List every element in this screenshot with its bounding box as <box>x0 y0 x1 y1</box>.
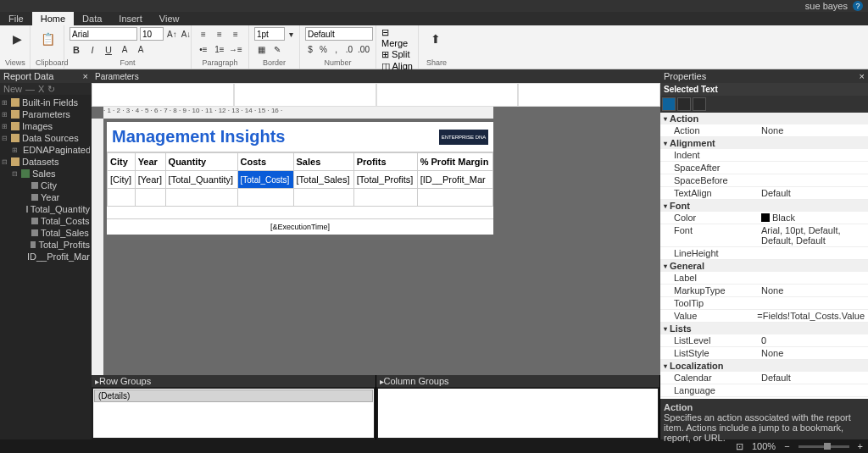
tree-node[interactable]: ⊞EDNAPaginatedReports_M <box>2 144 90 156</box>
menu-insert[interactable]: Insert <box>110 12 151 25</box>
prop-row[interactable]: CalendarDefault <box>660 372 868 384</box>
indent-icon[interactable]: →≡ <box>229 43 242 57</box>
italic-icon[interactable]: I <box>86 43 99 57</box>
col-header[interactable]: Quantity <box>165 153 237 171</box>
tree-node[interactable]: ⊞Parameters <box>2 108 90 120</box>
data-cell[interactable]: [City] <box>108 171 136 189</box>
zoom-out-icon[interactable]: − <box>784 441 789 451</box>
prop-row[interactable]: Language <box>660 384 868 397</box>
prop-row[interactable]: SpaceBefore <box>660 174 868 187</box>
tree-node[interactable]: Total_Quantity <box>2 203 90 215</box>
prop-row[interactable]: ActionNone <box>660 124 868 137</box>
tree-node[interactable]: ID__Profit_Margin <box>2 251 90 262</box>
report-title[interactable]: Management Insights <box>112 127 285 146</box>
run-button[interactable]: ▶ <box>5 27 29 51</box>
bold-icon[interactable]: B <box>70 43 83 57</box>
row-group-details[interactable]: (Details) <box>94 389 373 402</box>
bullets-icon[interactable]: •≡ <box>197 43 210 57</box>
prop-row[interactable]: MarkupTypeNone <box>660 285 868 297</box>
help-icon[interactable]: ? <box>853 1 863 11</box>
col-header[interactable]: % Profit Margin <box>417 153 492 171</box>
menu-home[interactable]: Home <box>32 12 74 25</box>
prop-row[interactable]: LineHeight <box>660 247 868 260</box>
percent-icon[interactable]: % <box>318 43 328 57</box>
dec-dec-icon[interactable]: .00 <box>357 43 370 57</box>
rd-tool[interactable]: — <box>25 84 35 94</box>
col-header[interactable]: Sales <box>293 153 353 171</box>
prop-row[interactable]: Value=Fields!Total_Costs.Value <box>660 310 868 323</box>
paste-button[interactable]: 📋 <box>36 27 59 51</box>
menu-data[interactable]: Data <box>74 12 110 25</box>
data-cell[interactable]: [Year] <box>135 171 165 189</box>
prop-row[interactable]: Label <box>660 272 868 285</box>
tree-node[interactable]: ⊞Built-in Fields <box>2 97 90 108</box>
prop-row[interactable]: ListStyleNone <box>660 347 868 360</box>
tree-node[interactable]: ⊟Datasets <box>2 156 90 168</box>
data-cell[interactable]: [Total_Costs] <box>237 171 293 189</box>
prop-category[interactable]: ▾ Lists <box>660 323 868 334</box>
tree-node[interactable]: ⊞Images <box>2 120 90 132</box>
prop-category[interactable]: ▾ General <box>660 260 868 272</box>
tree-node[interactable]: ⊟Data Sources <box>2 132 90 144</box>
numbers-icon[interactable]: 1≡ <box>213 43 226 57</box>
prop-category[interactable]: ▾ Localization <box>660 360 868 372</box>
border-style-icon[interactable]: ▾ <box>287 27 294 41</box>
col-header[interactable]: City <box>108 153 136 171</box>
border-color-icon[interactable]: ✎ <box>270 43 284 57</box>
number-format[interactable] <box>305 27 373 41</box>
merge-button[interactable]: ⊟ Merge <box>381 27 413 48</box>
shrink-font-icon[interactable]: A↓ <box>181 27 192 41</box>
data-cell[interactable]: [ID__Profit_Mar <box>417 171 492 189</box>
menu-view[interactable]: View <box>151 12 188 25</box>
zoom-in-icon[interactable]: + <box>858 441 863 451</box>
rd-tool[interactable]: ↻ <box>47 84 55 95</box>
prop-category[interactable]: ▾ Font <box>660 200 868 212</box>
font-color-icon[interactable]: A <box>118 43 131 57</box>
border-icon[interactable]: ▦ <box>254 43 268 57</box>
split-button[interactable]: ⊞ Split <box>381 49 413 60</box>
close-icon[interactable]: × <box>83 71 88 81</box>
tree-node[interactable]: City <box>2 180 90 191</box>
menu-file[interactable]: File <box>0 12 32 25</box>
currency-icon[interactable]: $ <box>305 43 315 57</box>
prop-row[interactable]: ColorBlack <box>660 212 868 224</box>
categorized-icon[interactable] <box>662 97 676 111</box>
execution-time[interactable]: [&ExecutionTime] <box>107 218 493 235</box>
underline-icon[interactable]: U <box>102 43 115 57</box>
data-cell[interactable]: [Total_Quantity] <box>165 171 237 189</box>
tree-node[interactable]: Year <box>2 191 90 203</box>
rd-tool[interactable]: New <box>3 84 22 94</box>
alphabetical-icon[interactable] <box>677 97 691 111</box>
grow-font-icon[interactable]: A↑ <box>166 27 178 41</box>
zoom-slider[interactable] <box>798 445 849 448</box>
publish-button[interactable]: ⬆ <box>424 27 448 51</box>
prop-row[interactable]: ToolTip <box>660 297 868 310</box>
zoom-fit-icon[interactable]: ⊡ <box>736 441 743 452</box>
comma-icon[interactable]: , <box>331 43 342 57</box>
tree-node[interactable]: Total_Costs <box>2 215 90 227</box>
data-cell[interactable]: [Total_Profits] <box>353 171 417 189</box>
prop-row[interactable]: ListLevel0 <box>660 334 868 347</box>
border-width[interactable] <box>254 27 285 41</box>
prop-row[interactable]: TextAlignDefault <box>660 187 868 200</box>
font-name-select[interactable] <box>70 27 137 41</box>
col-header[interactable]: Profits <box>353 153 417 171</box>
col-header[interactable]: Costs <box>237 153 293 171</box>
prop-category[interactable]: ▾ Action <box>660 113 868 124</box>
fill-color-icon[interactable]: A <box>134 43 147 57</box>
prop-row[interactable]: FontArial, 10pt, Default, Default, Defau… <box>660 224 868 247</box>
rd-tool[interactable]: X <box>38 84 44 94</box>
tree-node[interactable]: Total_Sales <box>2 227 90 239</box>
data-cell[interactable]: [Total_Sales] <box>293 171 353 189</box>
tree-node[interactable]: Total_Profits <box>2 239 90 251</box>
tree-node[interactable]: ⊟Sales <box>2 168 90 180</box>
font-size-select[interactable] <box>140 27 164 41</box>
prop-row[interactable]: SpaceAfter <box>660 162 868 174</box>
close-icon[interactable]: × <box>860 71 865 81</box>
align-center-icon[interactable]: ≡ <box>213 27 226 41</box>
prop-category[interactable]: ▾ Alignment <box>660 137 868 149</box>
align-left-icon[interactable]: ≡ <box>197 27 210 41</box>
prop-row[interactable]: Indent <box>660 149 868 162</box>
align-right-icon[interactable]: ≡ <box>229 27 242 41</box>
col-header[interactable]: Year <box>135 153 165 171</box>
